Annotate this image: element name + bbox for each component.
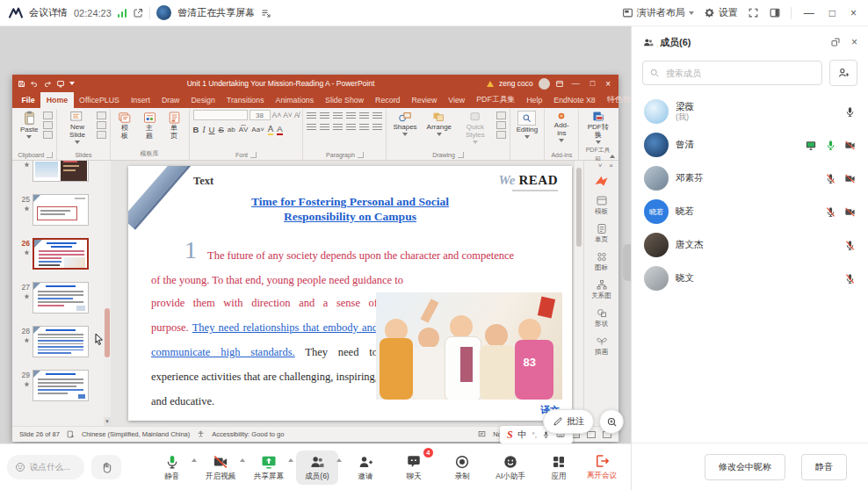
raise-hand-button[interactable] (91, 455, 121, 479)
cut-icon[interactable] (43, 112, 53, 119)
addins-button[interactable]: Add-ins (548, 110, 575, 143)
justify-icon[interactable] (346, 124, 356, 132)
char-spacing-button[interactable]: A︠V︡ (239, 126, 249, 133)
side-panel-toggle-icon[interactable] (769, 7, 781, 18)
member-row-tangwenjie[interactable]: 唐文杰 (632, 228, 868, 262)
decrease-indent-icon[interactable] (333, 112, 343, 120)
grow-font-icon[interactable]: A˄ (272, 111, 282, 119)
tab-insert[interactable]: Insert (125, 92, 156, 108)
meeting-details-button[interactable]: 会议详情 (29, 6, 68, 19)
section-icon[interactable] (97, 131, 106, 139)
member-row-xiaowen[interactable]: 晓文 (632, 262, 868, 295)
tab-help[interactable]: Help (521, 92, 548, 108)
ppt-minimize-button[interactable]: — (569, 79, 582, 88)
sidebar-collapse-icon[interactable]: ˅ (598, 162, 603, 169)
tab-endnote[interactable]: EndNote X8 (548, 92, 601, 108)
slide-layout-icon[interactable] (97, 112, 106, 119)
search-members-input[interactable] (642, 61, 822, 85)
member-row-dengsufen[interactable]: 邓素芬 (632, 162, 868, 195)
mic-active-icon[interactable] (825, 140, 836, 151)
underline-button[interactable]: U (209, 125, 215, 134)
shape-outline-icon[interactable] (496, 121, 506, 129)
bold-button[interactable]: B (193, 125, 199, 134)
paste-button[interactable]: Paste (18, 110, 40, 140)
align-center-icon[interactable] (320, 124, 329, 132)
popout-panel-icon[interactable] (830, 37, 841, 47)
quick-chat-input[interactable]: 说点什么... (7, 455, 84, 479)
sidebar-tool-icons[interactable]: 图标 (595, 252, 608, 272)
theme-button[interactable]: 主题 (141, 111, 159, 141)
slide-scrollbar[interactable] (574, 161, 583, 426)
editing-button[interactable]: Editing (514, 110, 540, 140)
collapse-ribbon-icon[interactable] (610, 155, 615, 158)
tab-review[interactable]: Review (406, 92, 443, 108)
account-name[interactable]: zeng coco (499, 79, 533, 88)
font-color-button[interactable]: A (277, 124, 282, 135)
slide-thumbnail[interactable] (33, 161, 89, 182)
tab-pdf-tools[interactable]: PDF工具集 (471, 92, 521, 108)
tab-animations[interactable]: Animations (270, 92, 320, 108)
font-name-combobox[interactable] (193, 110, 248, 120)
slide-thumbnail[interactable] (33, 370, 89, 401)
thumbnail-row-24[interactable]: 24 (14, 161, 104, 182)
current-slide[interactable]: Text WeREAD Time for Fostering Personal … (128, 166, 572, 421)
arrange-button[interactable]: Arrange (424, 110, 454, 137)
close-button[interactable]: × (848, 7, 859, 19)
record-button[interactable]: 录制 (441, 450, 483, 485)
account-avatar[interactable] (539, 78, 550, 90)
shape-fill-icon[interactable] (496, 112, 506, 119)
language-status[interactable]: Chinese (Simplified, Mainland China) (82, 430, 190, 438)
shadow-button[interactable]: ab (228, 126, 235, 133)
ppt-restore-button[interactable]: □ (588, 79, 597, 88)
tab-view[interactable]: View (443, 92, 471, 108)
tab-transitions[interactable]: Transitions (221, 92, 270, 108)
slide-thumbnail-current[interactable] (33, 238, 89, 270)
start-video-button[interactable]: 开启视频 (199, 450, 242, 485)
quick-styles-button[interactable]: Quick Styles (459, 110, 492, 145)
slide-thumbnail[interactable] (33, 194, 89, 226)
camera-off-icon[interactable] (844, 140, 856, 151)
sidebar-tool-single-page[interactable]: 单页 (595, 224, 608, 244)
dialog-launcher-icon[interactable] (250, 152, 257, 158)
ppt-close-button[interactable]: × (603, 79, 613, 89)
sidebar-tool-diagram[interactable]: 关系图 (591, 280, 611, 300)
accessibility-status[interactable]: Accessibility: Good to go (212, 430, 284, 438)
single-page-button[interactable]: 单页 (165, 111, 184, 141)
mic-muted-icon[interactable] (825, 206, 836, 218)
thumbnail-row-28[interactable]: 28 (14, 326, 104, 357)
thumbnail-row-25[interactable]: 25 (14, 194, 104, 226)
numbering-icon[interactable] (320, 112, 329, 120)
redo-icon[interactable] (43, 80, 52, 88)
invite-button[interactable]: 邀请 (344, 450, 387, 485)
align-right-icon[interactable] (333, 124, 343, 132)
slide-canvas-area[interactable]: Text WeREAD Time for Fostering Personal … (111, 161, 574, 426)
thumbnail-row-26-selected[interactable]: 26 (14, 238, 104, 270)
settings-button[interactable]: 设置 (704, 6, 738, 19)
tab-officeplus[interactable]: OfficePLUS (74, 92, 126, 108)
tab-slideshow[interactable]: Slide Show (320, 92, 370, 108)
reset-slide-icon[interactable] (97, 121, 106, 129)
mic-muted-icon[interactable] (825, 173, 836, 184)
sidebar-tool-illustration[interactable]: 插画 (595, 336, 608, 357)
dialog-launcher-icon[interactable] (458, 152, 464, 158)
tab-record[interactable]: Record (370, 92, 406, 108)
text-direction-icon[interactable] (373, 112, 382, 120)
network-signal-icon[interactable] (118, 8, 127, 18)
increase-indent-icon[interactable] (346, 112, 356, 120)
minimize-button[interactable]: — (801, 7, 817, 19)
member-row-liangwei[interactable]: 梁薇(我) (632, 95, 868, 128)
sogou-logo[interactable]: S (507, 429, 513, 442)
shape-effects-icon[interactable] (496, 131, 506, 139)
leave-meeting-button[interactable]: 离开会议 (587, 453, 624, 481)
mute-member-button[interactable]: 静音 (801, 454, 847, 480)
smartart-icon[interactable] (373, 124, 382, 132)
pdf-convert-button[interactable]: PDF转换 (582, 110, 613, 145)
thumbnail-row-27[interactable]: 27 (14, 282, 104, 313)
align-left-icon[interactable] (307, 124, 316, 132)
tab-home[interactable]: Home (40, 92, 73, 108)
share-screen-button[interactable]: 共享屏幕 (248, 450, 290, 485)
zoom-in-button[interactable] (599, 409, 624, 434)
sidebar-tool-template[interactable]: 模板 (595, 196, 608, 216)
notes-icon[interactable] (478, 430, 486, 438)
slide-thumbnail-panel[interactable]: 24 25 (12, 161, 104, 426)
